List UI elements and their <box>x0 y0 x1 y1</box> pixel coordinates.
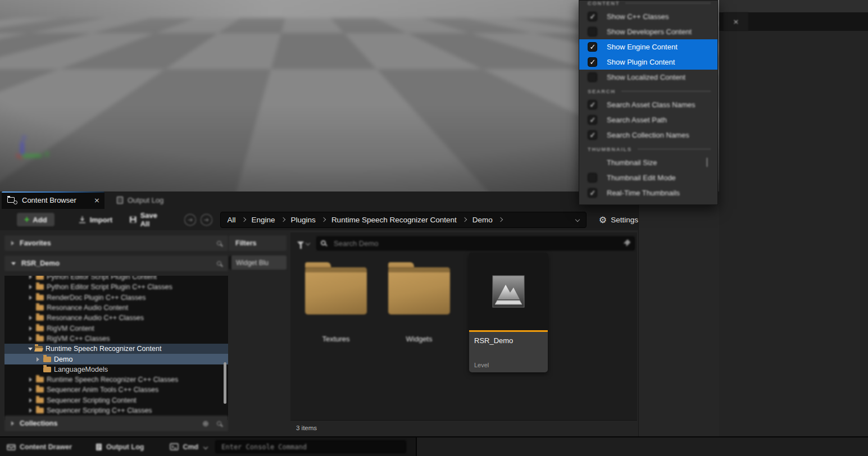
tree-row[interactable]: RenderDoc Plugin C++ Classes <box>4 293 228 303</box>
filters-header: Filters <box>229 235 287 251</box>
breadcrumb-rsr-content[interactable]: Runtime Speech Recognizer Content <box>331 216 457 224</box>
content-browser-body: Favorites RSR_Demo Python Editor Script … <box>0 230 638 436</box>
checkbox-checked-icon[interactable] <box>588 12 597 21</box>
output-log-button[interactable]: Output Log <box>96 443 144 451</box>
items-count: 3 items <box>296 425 317 431</box>
tree-row[interactable]: Runtime Speech Recognizer C++ Classes <box>4 375 228 385</box>
search-icon[interactable] <box>217 261 221 266</box>
menu-item-show-developers-content[interactable]: Show Developers Content <box>579 24 717 39</box>
menu-item-show-plugin-content[interactable]: Show Plugin Content <box>579 54 717 70</box>
tree-row[interactable]: Sequencer Anim Tools C++ Classes <box>4 385 228 395</box>
tree-row-demo-selected[interactable]: Demo <box>4 354 228 364</box>
asset-grid: Textures Widgets <box>303 253 633 418</box>
filter-dropdown-icon[interactable] <box>306 241 310 245</box>
add-collection-icon[interactable]: ⊕ <box>202 419 209 428</box>
menu-item-show-cpp-classes[interactable]: Show C++ Classes <box>579 9 717 24</box>
folder-icon <box>388 267 450 314</box>
checkbox-checked-icon[interactable] <box>588 115 597 125</box>
expander-right-icon[interactable] <box>11 241 14 245</box>
import-icon <box>78 216 87 224</box>
tree-row-runtime-speech-recognizer-content[interactable]: Runtime Speech Recognizer Content <box>4 344 228 354</box>
tab-content-browser[interactable]: Content Browser × <box>2 191 104 209</box>
tree-row-languagemodels[interactable]: LanguageModels <box>4 364 228 375</box>
breadcrumb-demo[interactable]: Demo <box>472 216 493 224</box>
checkbox-checked-icon[interactable] <box>588 42 597 52</box>
tree-row[interactable]: Python Editor Script Plugin Content <box>4 276 228 282</box>
console-command-input[interactable] <box>215 440 406 453</box>
right-panel-tab[interactable]: × <box>724 12 748 31</box>
import-button[interactable]: Import <box>78 216 112 224</box>
checkbox-unchecked-icon[interactable] <box>588 173 597 183</box>
chevron-right-icon <box>462 217 467 222</box>
checkbox-checked-icon[interactable] <box>588 100 597 110</box>
favorites-header[interactable]: Favorites <box>4 235 228 251</box>
search-icon[interactable] <box>217 241 221 245</box>
menu-item-show-engine-content[interactable]: Show Engine Content <box>579 39 717 54</box>
expander-right-icon[interactable] <box>11 421 14 426</box>
save-all-button[interactable]: Save All <box>129 211 167 228</box>
search-icon[interactable] <box>217 421 221 426</box>
chevron-right-icon <box>280 217 285 222</box>
filter-funnel-icon[interactable] <box>297 241 304 245</box>
menu-item-search-asset-class-names[interactable]: Search Asset Class Names <box>579 97 717 112</box>
filter-chip-widget-blueprint[interactable]: Widget Blu <box>229 256 287 270</box>
folder-icon <box>36 326 44 331</box>
filters-panel: Filters Widget Blu <box>229 235 287 270</box>
folder-tree: Python Editor Script Plugin Content Pyth… <box>4 276 228 420</box>
tree-row[interactable]: Resonance Audio C++ Classes <box>4 313 228 323</box>
checkbox-unchecked-icon[interactable] <box>588 72 597 82</box>
tree-row[interactable]: Sequencer Scripting C++ Classes <box>4 405 228 416</box>
folder-icon <box>43 357 51 362</box>
tree-row[interactable]: Sequencer Scripting Content <box>4 395 228 405</box>
collections-header[interactable]: Collections ⊕ <box>4 416 228 431</box>
tree-row[interactable]: Python Editor Script Plugin C++ Classes <box>4 282 228 292</box>
add-button[interactable]: + Add <box>17 213 54 226</box>
menu-item-thumbnail-edit-mode[interactable]: Thumbnail Edit Mode <box>579 170 717 185</box>
collection-root-header[interactable]: RSR_Demo <box>4 256 228 271</box>
tree-row[interactable]: RigVM C++ Classes <box>4 334 228 344</box>
close-icon[interactable]: × <box>733 17 739 26</box>
tree-row[interactable]: Resonance Audio Content <box>4 303 228 313</box>
close-tab-icon[interactable]: × <box>89 196 100 204</box>
chevron-right-icon <box>241 217 246 222</box>
path-dropdown-icon[interactable] <box>575 217 580 222</box>
folder-icon <box>43 367 51 372</box>
folder-icon <box>36 336 44 341</box>
breadcrumb-engine[interactable]: Engine <box>252 216 275 224</box>
history-forward-button[interactable]: ➔ <box>201 214 212 226</box>
sources-panel: Favorites RSR_Demo Python Editor Script … <box>4 235 228 431</box>
breadcrumb-all[interactable]: All <box>228 216 236 224</box>
folder-icon <box>36 284 44 290</box>
breadcrumb-plugins[interactable]: Plugins <box>291 216 316 224</box>
tree-row[interactable]: RigVM Content <box>4 323 228 333</box>
menu-item-thumbnail-size[interactable]: Thumbnail Size <box>579 155 717 170</box>
tree-scrollbar[interactable] <box>224 362 226 404</box>
folder-tile-widgets[interactable]: Widgets <box>386 267 452 343</box>
tab-output-log[interactable]: Output Log <box>111 191 189 209</box>
folder-icon <box>36 276 44 280</box>
content-drawer-button[interactable]: Content Drawer <box>7 443 72 451</box>
asset-view-footer: 3 items <box>290 420 637 435</box>
asset-search-input[interactable] <box>316 236 635 250</box>
editor-statusbar: Content Drawer Output Log Cmd <box>0 436 868 456</box>
console-icon <box>170 443 179 450</box>
content-browser-toolbar: + Add Import Save All ➔ ➔ All Engine Plu… <box>0 209 638 230</box>
menu-item-real-time-thumbnails[interactable]: Real-Time Thumbnails <box>579 185 717 200</box>
menu-item-search-collection-names[interactable]: Search Collection Names <box>579 127 717 143</box>
settings-button[interactable]: ⚙ Settings <box>599 215 638 225</box>
checkbox-checked-icon[interactable] <box>588 57 597 67</box>
level-mountain-icon <box>492 275 525 308</box>
checkbox-checked-icon[interactable] <box>588 130 597 140</box>
checkbox-checked-icon[interactable] <box>588 188 597 198</box>
expander-down-icon[interactable] <box>11 262 16 265</box>
statusbar-right-section <box>416 437 868 456</box>
asset-tile-rsr-demo[interactable]: RSR_Demo Level <box>469 253 548 372</box>
history-back-button[interactable]: ➔ <box>184 214 196 226</box>
menu-item-show-localized-content[interactable]: Show Localized Content <box>579 70 717 85</box>
folder-tile-textures[interactable]: Textures <box>303 267 369 343</box>
cmd-selector[interactable]: Cmd <box>170 443 207 451</box>
asset-view-panel: Textures Widgets <box>290 232 637 435</box>
checkbox-unchecked-icon[interactable] <box>588 27 597 37</box>
menu-item-search-asset-path[interactable]: Search Asset Path <box>579 112 717 127</box>
folder-icon <box>36 377 44 382</box>
